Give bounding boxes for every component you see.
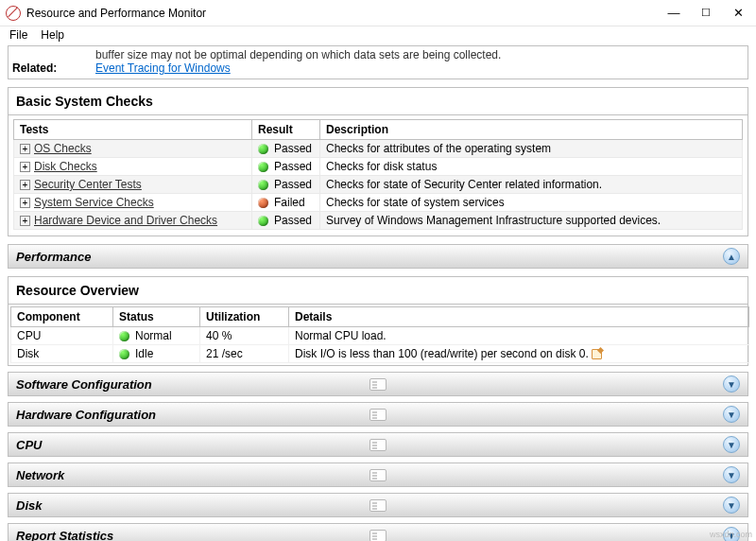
test-name[interactable]: OS Checks (34, 142, 92, 155)
result-text: Passed (274, 214, 312, 227)
util-cell: 40 % (200, 327, 289, 345)
table-row: +Hardware Device and Driver ChecksPassed… (14, 212, 743, 230)
result-text: Passed (274, 178, 312, 191)
resource-table: Component Status Utilization Details CPU… (10, 306, 749, 363)
test-name[interactable]: Hardware Device and Driver Checks (34, 214, 217, 227)
status-dot (258, 216, 268, 226)
maximize-button[interactable]: ☐ (690, 1, 722, 26)
status-dot (258, 144, 268, 154)
desc-text: Checks for disk status (320, 158, 743, 176)
col-component: Component (11, 307, 113, 327)
section-icon (369, 409, 387, 421)
desc-text: Checks for attributes of the operating s… (320, 140, 743, 158)
table-row: CPUNormal40 %Normal CPU load. (11, 327, 749, 345)
menubar: File Help (0, 26, 756, 45)
expand-icon: ▼ (723, 406, 740, 423)
menu-help[interactable]: Help (41, 28, 64, 42)
status-dot (258, 162, 268, 172)
component-cell: CPU (11, 327, 113, 345)
section-icon (369, 439, 387, 451)
minimize-button[interactable]: — (658, 1, 690, 26)
col-util: Utilization (200, 307, 289, 327)
section-icon (369, 378, 387, 391)
col-details: Details (289, 307, 749, 327)
section-label: Disk (16, 498, 42, 513)
section-label: Report Statistics (16, 529, 113, 542)
resource-overview-title: Resource Overview (9, 277, 747, 305)
disk-header[interactable]: Disk ▼ (8, 493, 748, 517)
test-name[interactable]: System Service Checks (34, 196, 154, 209)
close-button[interactable]: ✕ (722, 1, 754, 26)
info-bar: buffer size may not be optimal depending… (8, 45, 748, 79)
section-label: Software Configuration (16, 377, 152, 392)
basic-checks-table: Tests Result Description +OS ChecksPasse… (13, 119, 743, 230)
details-cell: Disk I/O is less than 100 (read/write) p… (289, 345, 749, 363)
window-title: Resource and Performance Monitor (26, 7, 658, 20)
performance-header[interactable]: Performance ▲ (8, 244, 748, 269)
section-label: Hardware Configuration (16, 408, 156, 422)
status-text: Idle (135, 347, 153, 360)
result-text: Failed (274, 196, 305, 209)
status-dot (119, 349, 129, 359)
table-row: +Security Center TestsPassedChecks for s… (14, 176, 743, 194)
section-icon (369, 469, 387, 481)
app-icon (6, 6, 21, 21)
watermark: wsxdn.com (710, 530, 752, 539)
util-cell: 21 /sec (200, 345, 289, 363)
status-dot (258, 180, 268, 190)
test-name[interactable]: Disk Checks (34, 160, 97, 173)
table-row: +System Service ChecksFailedChecks for s… (14, 194, 743, 212)
resource-overview-panel: Resource Overview Component Status Utili… (8, 276, 748, 366)
result-text: Passed (274, 160, 312, 173)
section-icon (369, 499, 387, 512)
software-config-header[interactable]: Software Configuration ▼ (8, 372, 748, 396)
expand-icon[interactable]: + (20, 198, 30, 208)
performance-title: Performance (16, 250, 91, 264)
hardware-config-header[interactable]: Hardware Configuration ▼ (8, 402, 748, 427)
related-label: Related: (12, 61, 57, 75)
col-tests: Tests (14, 120, 252, 140)
menu-file[interactable]: File (9, 28, 27, 42)
section-label: CPU (16, 438, 42, 452)
details-cell: Normal CPU load. (289, 327, 749, 345)
status-dot (119, 331, 129, 341)
report-stats-header[interactable]: Report Statistics ▼ (8, 523, 748, 541)
expand-icon: ▼ (723, 497, 740, 514)
col-result: Result (252, 120, 320, 140)
component-cell: Disk (11, 345, 113, 363)
window-buttons: — ☐ ✕ (658, 1, 754, 26)
table-row: +OS ChecksPassedChecks for attributes of… (14, 140, 743, 158)
note-icon[interactable] (592, 349, 602, 359)
table-row: +Disk ChecksPassedChecks for disk status (14, 158, 743, 176)
status-text: Normal (135, 329, 172, 342)
result-text: Passed (274, 142, 312, 155)
expand-icon: ▼ (723, 375, 740, 393)
network-header[interactable]: Network ▼ (8, 462, 748, 487)
expand-icon[interactable]: + (20, 144, 30, 154)
col-status: Status (113, 307, 200, 327)
cpu-header[interactable]: CPU ▼ (8, 432, 748, 457)
related-link[interactable]: Event Tracing for Windows (95, 61, 231, 75)
basic-checks-panel: Basic System Checks Tests Result Descrip… (8, 87, 748, 236)
desc-text: Checks for state of system services (320, 194, 743, 212)
col-desc: Description (320, 120, 743, 140)
expand-icon[interactable]: + (20, 180, 30, 190)
expand-icon: ▼ (723, 466, 740, 483)
info-text: buffer size may not be optimal depending… (95, 48, 744, 61)
expand-icon[interactable]: + (20, 162, 30, 172)
desc-text: Survey of Windows Management Infrastruct… (320, 212, 743, 230)
section-label: Network (16, 468, 64, 482)
basic-checks-title: Basic System Checks (9, 88, 747, 115)
titlebar: Resource and Performance Monitor — ☐ ✕ (0, 0, 756, 26)
collapse-icon: ▲ (723, 248, 740, 265)
status-dot (258, 198, 268, 208)
section-icon (369, 530, 387, 542)
expand-icon: ▼ (723, 436, 740, 453)
table-row: DiskIdle21 /secDisk I/O is less than 100… (11, 345, 749, 363)
desc-text: Checks for state of Security Center rela… (320, 176, 743, 194)
test-name[interactable]: Security Center Tests (34, 178, 142, 191)
expand-icon[interactable]: + (20, 216, 30, 226)
